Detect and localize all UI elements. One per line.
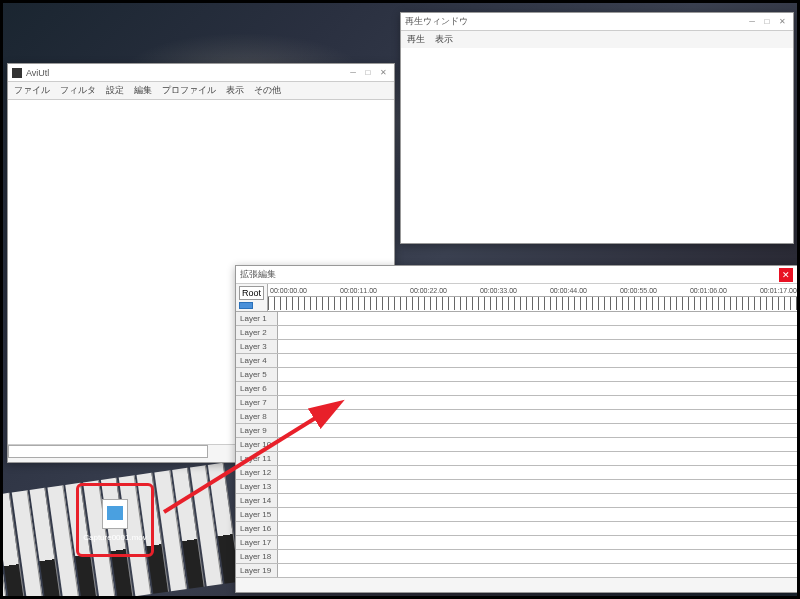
layer-label[interactable]: Layer 5: [236, 368, 278, 381]
layer-label[interactable]: Layer 3: [236, 340, 278, 353]
playback-preview-area: [401, 48, 793, 243]
layer-row[interactable]: Layer 3: [236, 340, 797, 354]
layer-label[interactable]: Layer 15: [236, 508, 278, 521]
minimize-button[interactable]: ─: [745, 15, 759, 29]
timecode: 00:00:33.00: [480, 287, 517, 294]
layer-row[interactable]: Layer 14: [236, 494, 797, 508]
close-button[interactable]: ✕: [779, 268, 793, 282]
layer-track[interactable]: [278, 326, 797, 339]
layer-track[interactable]: [278, 340, 797, 353]
layer-track[interactable]: [278, 382, 797, 395]
playback-title: 再生ウィンドウ: [405, 15, 468, 28]
layer-row[interactable]: Layer 12: [236, 466, 797, 480]
layer-label[interactable]: Layer 12: [236, 466, 278, 479]
timeline-timecodes: 00:00:00.00 00:00:11.00 00:00:22.00 00:0…: [268, 284, 800, 296]
menu-view[interactable]: 表示: [226, 84, 244, 97]
playback-window[interactable]: 再生ウィンドウ ─ □ ✕ 再生 表示: [400, 12, 794, 244]
menu-other[interactable]: その他: [254, 84, 281, 97]
layer-label[interactable]: Layer 14: [236, 494, 278, 507]
layer-label[interactable]: Layer 19: [236, 564, 278, 577]
layer-label[interactable]: Layer 18: [236, 550, 278, 563]
maximize-button[interactable]: □: [361, 66, 375, 80]
timeline-titlebar[interactable]: 拡張編集 ✕: [236, 266, 797, 284]
aviutl-seekbar[interactable]: [8, 445, 208, 458]
layer-track[interactable]: [278, 452, 797, 465]
layer-track[interactable]: [278, 480, 797, 493]
layer-track[interactable]: [278, 424, 797, 437]
layer-label[interactable]: Layer 11: [236, 452, 278, 465]
layer-track[interactable]: [278, 354, 797, 367]
timeline-ticks[interactable]: [268, 296, 800, 310]
menu-settings[interactable]: 設定: [106, 84, 124, 97]
layer-label[interactable]: Layer 4: [236, 354, 278, 367]
video-file-icon[interactable]: [102, 499, 128, 529]
layer-label[interactable]: Layer 1: [236, 312, 278, 325]
menu-file[interactable]: ファイル: [14, 84, 50, 97]
layer-row[interactable]: Layer 16: [236, 522, 797, 536]
layer-row[interactable]: Layer 13: [236, 480, 797, 494]
aviutl-titlebar[interactable]: AviUtl ─ □ ✕: [8, 64, 394, 82]
layer-track[interactable]: [278, 312, 797, 325]
close-button[interactable]: ✕: [376, 66, 390, 80]
layer-track[interactable]: [278, 494, 797, 507]
layer-label[interactable]: Layer 17: [236, 536, 278, 549]
menu-filter[interactable]: フィルタ: [60, 84, 96, 97]
layer-row[interactable]: Layer 19: [236, 564, 797, 578]
aviutl-menubar[interactable]: ファイル フィルタ 設定 編集 プロファイル 表示 その他: [8, 82, 394, 99]
timeline-root-column: Root: [236, 284, 268, 311]
timeline-ruler[interactable]: 00:00:00.00 00:00:11.00 00:00:22.00 00:0…: [268, 284, 800, 311]
timecode: 00:01:17.00: [760, 287, 797, 294]
timeline-cursor[interactable]: [239, 302, 253, 309]
timeline-body[interactable]: Layer 1Layer 2Layer 3Layer 4Layer 5Layer…: [236, 312, 797, 578]
layer-track[interactable]: [278, 522, 797, 535]
layer-label[interactable]: Layer 9: [236, 424, 278, 437]
layer-label[interactable]: Layer 10: [236, 438, 278, 451]
minimize-button[interactable]: ─: [346, 66, 360, 80]
close-button[interactable]: ✕: [775, 15, 789, 29]
video-file-label: Capture0001.mov: [83, 533, 147, 542]
layer-label[interactable]: Layer 13: [236, 480, 278, 493]
layer-label[interactable]: Layer 2: [236, 326, 278, 339]
layer-track[interactable]: [278, 508, 797, 521]
menu-edit[interactable]: 編集: [134, 84, 152, 97]
layer-row[interactable]: Layer 11: [236, 452, 797, 466]
menu-play[interactable]: 再生: [407, 33, 425, 46]
layer-track[interactable]: [278, 550, 797, 563]
layer-label[interactable]: Layer 6: [236, 382, 278, 395]
layer-track[interactable]: [278, 438, 797, 451]
root-button[interactable]: Root: [239, 286, 264, 300]
menu-view[interactable]: 表示: [435, 33, 453, 46]
layer-row[interactable]: Layer 2: [236, 326, 797, 340]
layer-row[interactable]: Layer 4: [236, 354, 797, 368]
timeline-window[interactable]: 拡張編集 ✕ Root 00:00:00.00 00:00:11.00 00:0…: [235, 265, 798, 593]
layer-row[interactable]: Layer 15: [236, 508, 797, 522]
layer-track[interactable]: [278, 536, 797, 549]
app-icon: [12, 68, 22, 78]
layer-row[interactable]: Layer 7: [236, 396, 797, 410]
layer-track[interactable]: [278, 410, 797, 423]
maximize-button[interactable]: □: [760, 15, 774, 29]
layer-row[interactable]: Layer 1: [236, 312, 797, 326]
layer-row[interactable]: Layer 5: [236, 368, 797, 382]
layer-row[interactable]: Layer 6: [236, 382, 797, 396]
menu-profile[interactable]: プロファイル: [162, 84, 216, 97]
layer-track[interactable]: [278, 466, 797, 479]
timeline-cursor-indicator[interactable]: [236, 301, 267, 311]
layer-row[interactable]: Layer 8: [236, 410, 797, 424]
timecode: 00:00:55.00: [620, 287, 657, 294]
playback-titlebar[interactable]: 再生ウィンドウ ─ □ ✕: [401, 13, 793, 31]
layer-label[interactable]: Layer 16: [236, 522, 278, 535]
layer-track[interactable]: [278, 396, 797, 409]
aviutl-title: AviUtl: [26, 68, 49, 78]
layer-track[interactable]: [278, 564, 797, 577]
layer-label[interactable]: Layer 8: [236, 410, 278, 423]
layer-row[interactable]: Layer 18: [236, 550, 797, 564]
layer-track[interactable]: [278, 368, 797, 381]
layer-row[interactable]: Layer 17: [236, 536, 797, 550]
layer-row[interactable]: Layer 9: [236, 424, 797, 438]
layer-label[interactable]: Layer 7: [236, 396, 278, 409]
timecode: 00:00:44.00: [550, 287, 587, 294]
annotation-highlight-box: Capture0001.mov: [76, 483, 154, 557]
layer-row[interactable]: Layer 10: [236, 438, 797, 452]
playback-menubar[interactable]: 再生 表示: [401, 31, 793, 48]
